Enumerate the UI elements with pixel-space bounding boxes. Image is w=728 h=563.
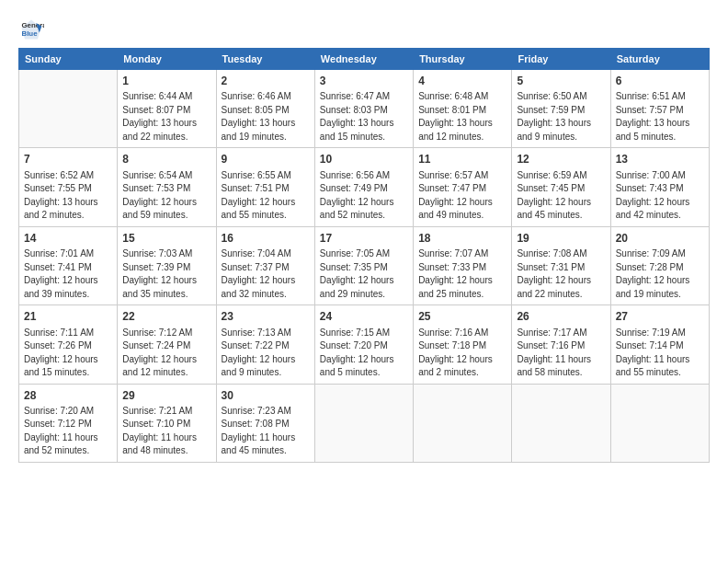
logo: General Blue <box>18 17 46 42</box>
calendar-cell: 20Sunrise: 7:09 AM Sunset: 7:28 PM Dayli… <box>610 226 709 304</box>
day-info: Sunrise: 6:55 AM Sunset: 7:51 PM Dayligh… <box>222 169 310 223</box>
calendar-cell: 29Sunrise: 7:21 AM Sunset: 7:10 PM Dayli… <box>118 384 216 462</box>
calendar-cell: 25Sunrise: 7:16 AM Sunset: 7:18 PM Dayli… <box>414 305 512 384</box>
day-info: Sunrise: 6:48 AM Sunset: 8:01 PM Dayligh… <box>418 90 506 144</box>
day-number: 18 <box>418 231 506 247</box>
calendar-cell: 1Sunrise: 6:44 AM Sunset: 8:07 PM Daylig… <box>118 70 216 148</box>
day-number: 25 <box>418 309 506 325</box>
day-number: 2 <box>222 74 310 89</box>
day-info: Sunrise: 6:59 AM Sunset: 7:45 PM Dayligh… <box>517 169 605 223</box>
day-info: Sunrise: 6:54 AM Sunset: 7:53 PM Dayligh… <box>122 169 210 223</box>
page-header: General Blue <box>18 17 710 42</box>
day-number: 29 <box>122 388 210 404</box>
day-number: 9 <box>222 152 310 167</box>
calendar-cell: 3Sunrise: 6:47 AM Sunset: 8:03 PM Daylig… <box>314 70 413 148</box>
day-number: 22 <box>122 309 210 325</box>
day-info: Sunrise: 7:23 AM Sunset: 7:08 PM Dayligh… <box>222 405 310 458</box>
svg-text:Blue: Blue <box>22 29 39 38</box>
calendar-cell <box>610 384 709 462</box>
calendar-weekday: Friday <box>512 49 610 70</box>
calendar-cell: 13Sunrise: 7:00 AM Sunset: 7:43 PM Dayli… <box>610 148 709 226</box>
day-info: Sunrise: 7:04 AM Sunset: 7:37 PM Dayligh… <box>222 247 310 301</box>
day-info: Sunrise: 7:05 AM Sunset: 7:35 PM Dayligh… <box>320 247 408 301</box>
calendar-cell <box>314 384 413 462</box>
day-number: 15 <box>122 231 210 247</box>
day-info: Sunrise: 7:12 AM Sunset: 7:24 PM Dayligh… <box>122 327 210 380</box>
day-number: 26 <box>517 309 605 325</box>
day-info: Sunrise: 7:08 AM Sunset: 7:31 PM Dayligh… <box>517 247 605 301</box>
calendar-cell: 6Sunrise: 6:51 AM Sunset: 7:57 PM Daylig… <box>610 70 709 148</box>
calendar-header-row: SundayMondayTuesdayWednesdayThursdayFrid… <box>19 49 710 70</box>
day-number: 14 <box>24 231 112 247</box>
day-number: 4 <box>418 74 506 89</box>
calendar-cell: 2Sunrise: 6:46 AM Sunset: 8:05 PM Daylig… <box>216 70 314 148</box>
calendar-cell: 4Sunrise: 6:48 AM Sunset: 8:01 PM Daylig… <box>414 70 512 148</box>
calendar-cell: 23Sunrise: 7:13 AM Sunset: 7:22 PM Dayli… <box>216 305 314 384</box>
calendar-cell: 18Sunrise: 7:07 AM Sunset: 7:33 PM Dayli… <box>414 226 512 304</box>
calendar-cell: 28Sunrise: 7:20 AM Sunset: 7:12 PM Dayli… <box>19 384 118 462</box>
calendar-cell: 26Sunrise: 7:17 AM Sunset: 7:16 PM Dayli… <box>512 305 610 384</box>
calendar-table: SundayMondayTuesdayWednesdayThursdayFrid… <box>18 48 710 463</box>
day-info: Sunrise: 7:00 AM Sunset: 7:43 PM Dayligh… <box>616 169 704 223</box>
calendar-cell: 17Sunrise: 7:05 AM Sunset: 7:35 PM Dayli… <box>314 226 413 304</box>
day-info: Sunrise: 7:16 AM Sunset: 7:18 PM Dayligh… <box>418 327 506 380</box>
calendar-weekday: Sunday <box>19 49 118 70</box>
day-number: 1 <box>122 74 210 89</box>
calendar-cell <box>512 384 610 462</box>
day-number: 21 <box>24 309 112 325</box>
day-info: Sunrise: 7:09 AM Sunset: 7:28 PM Dayligh… <box>616 247 704 301</box>
calendar-weekday: Wednesday <box>314 49 413 70</box>
day-number: 8 <box>122 152 210 167</box>
day-info: Sunrise: 7:17 AM Sunset: 7:16 PM Dayligh… <box>517 327 605 380</box>
day-number: 12 <box>517 152 605 167</box>
day-number: 6 <box>616 74 704 89</box>
day-info: Sunrise: 6:56 AM Sunset: 7:49 PM Dayligh… <box>320 169 408 223</box>
logo-icon: General Blue <box>18 17 44 42</box>
day-info: Sunrise: 7:20 AM Sunset: 7:12 PM Dayligh… <box>24 405 112 458</box>
calendar-cell: 12Sunrise: 6:59 AM Sunset: 7:45 PM Dayli… <box>512 148 610 226</box>
day-number: 10 <box>320 152 408 167</box>
day-number: 28 <box>24 388 112 404</box>
calendar-cell: 27Sunrise: 7:19 AM Sunset: 7:14 PM Dayli… <box>610 305 709 384</box>
day-info: Sunrise: 6:47 AM Sunset: 8:03 PM Dayligh… <box>320 90 408 144</box>
day-number: 23 <box>222 309 310 325</box>
day-number: 27 <box>616 309 704 325</box>
day-number: 7 <box>24 152 112 167</box>
day-info: Sunrise: 7:15 AM Sunset: 7:20 PM Dayligh… <box>320 327 408 380</box>
calendar-weekday: Saturday <box>610 49 709 70</box>
day-info: Sunrise: 6:51 AM Sunset: 7:57 PM Dayligh… <box>616 90 704 144</box>
calendar-cell: 11Sunrise: 6:57 AM Sunset: 7:47 PM Dayli… <box>414 148 512 226</box>
day-number: 17 <box>320 231 408 247</box>
calendar-weekday: Tuesday <box>216 49 314 70</box>
day-info: Sunrise: 7:19 AM Sunset: 7:14 PM Dayligh… <box>616 327 704 380</box>
day-number: 20 <box>616 231 704 247</box>
calendar-cell: 22Sunrise: 7:12 AM Sunset: 7:24 PM Dayli… <box>118 305 216 384</box>
calendar-cell: 15Sunrise: 7:03 AM Sunset: 7:39 PM Dayli… <box>118 226 216 304</box>
day-number: 16 <box>222 231 310 247</box>
day-info: Sunrise: 7:13 AM Sunset: 7:22 PM Dayligh… <box>222 327 310 380</box>
calendar-cell: 16Sunrise: 7:04 AM Sunset: 7:37 PM Dayli… <box>216 226 314 304</box>
day-number: 3 <box>320 74 408 89</box>
day-info: Sunrise: 6:50 AM Sunset: 7:59 PM Dayligh… <box>517 90 605 144</box>
calendar-cell: 5Sunrise: 6:50 AM Sunset: 7:59 PM Daylig… <box>512 70 610 148</box>
day-info: Sunrise: 7:03 AM Sunset: 7:39 PM Dayligh… <box>122 247 210 301</box>
day-number: 19 <box>517 231 605 247</box>
calendar-weekday: Thursday <box>414 49 512 70</box>
day-info: Sunrise: 7:07 AM Sunset: 7:33 PM Dayligh… <box>418 247 506 301</box>
day-number: 13 <box>616 152 704 167</box>
calendar-cell: 9Sunrise: 6:55 AM Sunset: 7:51 PM Daylig… <box>216 148 314 226</box>
day-info: Sunrise: 7:11 AM Sunset: 7:26 PM Dayligh… <box>24 327 112 380</box>
calendar-cell: 21Sunrise: 7:11 AM Sunset: 7:26 PM Dayli… <box>19 305 118 384</box>
day-info: Sunrise: 6:46 AM Sunset: 8:05 PM Dayligh… <box>222 90 310 144</box>
calendar-cell: 24Sunrise: 7:15 AM Sunset: 7:20 PM Dayli… <box>314 305 413 384</box>
day-number: 11 <box>418 152 506 167</box>
day-info: Sunrise: 6:44 AM Sunset: 8:07 PM Dayligh… <box>122 90 210 144</box>
day-number: 24 <box>320 309 408 325</box>
calendar-cell: 30Sunrise: 7:23 AM Sunset: 7:08 PM Dayli… <box>216 384 314 462</box>
calendar-cell: 19Sunrise: 7:08 AM Sunset: 7:31 PM Dayli… <box>512 226 610 304</box>
day-info: Sunrise: 6:57 AM Sunset: 7:47 PM Dayligh… <box>418 169 506 223</box>
calendar-cell <box>19 70 118 148</box>
day-info: Sunrise: 7:21 AM Sunset: 7:10 PM Dayligh… <box>122 405 210 458</box>
day-info: Sunrise: 7:01 AM Sunset: 7:41 PM Dayligh… <box>24 247 112 301</box>
day-number: 30 <box>222 388 310 404</box>
